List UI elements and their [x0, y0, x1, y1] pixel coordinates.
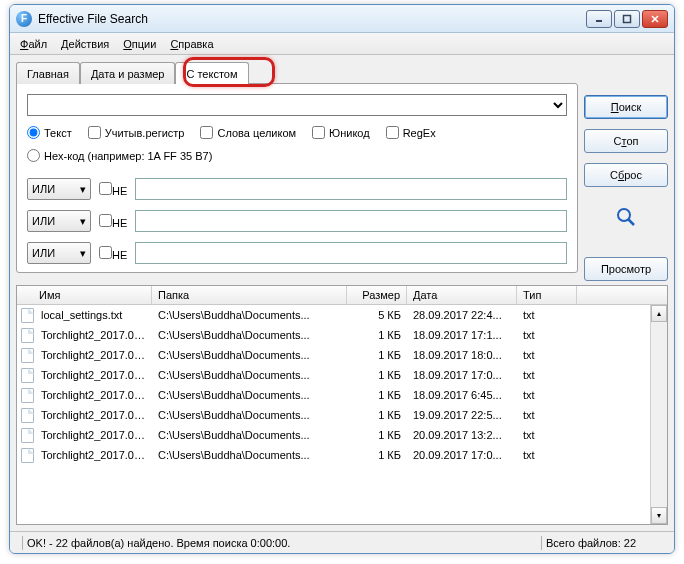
cell-size: 1 КБ	[347, 369, 407, 381]
cell-folder: C:\Users\Buddha\Documents...	[152, 409, 347, 421]
table-row[interactable]: Torchlight2_2017.09.1...C:\Users\Buddha\…	[17, 385, 650, 405]
checkbox-case[interactable]: Учитыв.регистр	[88, 126, 185, 139]
condition-2-input[interactable]	[135, 210, 567, 232]
cell-type: txt	[517, 309, 577, 321]
svg-line-5	[628, 219, 634, 225]
menu-options[interactable]: Опции	[123, 38, 156, 50]
col-folder[interactable]: Папка	[152, 286, 347, 304]
col-date[interactable]: Дата	[407, 286, 517, 304]
condition-1-operator[interactable]: ИЛИ▾	[27, 178, 91, 200]
table-body: local_settings.txtC:\Users\Buddha\Docume…	[17, 305, 650, 465]
status-text-right: Всего файлов: 22	[546, 537, 666, 549]
window-title: Effective File Search	[38, 12, 586, 26]
table-row[interactable]: Torchlight2_2017.09.1...C:\Users\Buddha\…	[17, 325, 650, 345]
cell-folder: C:\Users\Buddha\Documents...	[152, 309, 347, 321]
tab-main[interactable]: Главная	[16, 62, 80, 84]
scroll-down-button[interactable]: ▾	[651, 507, 667, 524]
file-icon	[21, 448, 34, 463]
svg-rect-1	[624, 15, 631, 22]
cell-date: 18.09.2017 18:0...	[407, 349, 517, 361]
status-text-left: OK! - 22 файлов(а) найдено. Время поиска…	[27, 537, 537, 549]
cell-date: 18.09.2017 17:1...	[407, 329, 517, 341]
cell-size: 1 КБ	[347, 449, 407, 461]
file-icon	[21, 308, 34, 323]
condition-2-not[interactable]: НЕ	[99, 214, 127, 229]
menu-bar: Файл Действия Опции Справка	[10, 33, 674, 55]
tab-panel-with-text: Текст Учитыв.регистр Слова целиком Юнико…	[16, 83, 578, 273]
cell-size: 1 КБ	[347, 429, 407, 441]
table-row[interactable]: Torchlight2_2017.09.2...C:\Users\Buddha\…	[17, 445, 650, 465]
table-row[interactable]: Torchlight2_2017.09.2...C:\Users\Buddha\…	[17, 425, 650, 445]
table-row[interactable]: local_settings.txtC:\Users\Buddha\Docume…	[17, 305, 650, 325]
cell-folder: C:\Users\Buddha\Documents...	[152, 449, 347, 461]
tab-bar: Главная Дата и размер С текстом	[16, 61, 578, 83]
col-size[interactable]: Размер	[347, 286, 407, 304]
maximize-button[interactable]	[614, 10, 640, 28]
cell-type: txt	[517, 349, 577, 361]
table-header: Имя Папка Размер Дата Тип	[17, 286, 667, 305]
cell-name: Torchlight2_2017.09.1...	[35, 389, 152, 401]
minimize-button[interactable]	[586, 10, 612, 28]
cell-date: 19.09.2017 22:5...	[407, 409, 517, 421]
cell-folder: C:\Users\Buddha\Documents...	[152, 329, 347, 341]
vertical-scrollbar[interactable]: ▴ ▾	[650, 305, 667, 524]
cell-date: 20.09.2017 17:0...	[407, 449, 517, 461]
table-row[interactable]: Torchlight2_2017.09.1...C:\Users\Buddha\…	[17, 345, 650, 365]
file-icon	[21, 388, 34, 403]
table-row[interactable]: Torchlight2_2017.09.1...C:\Users\Buddha\…	[17, 365, 650, 385]
scroll-up-button[interactable]: ▴	[651, 305, 667, 322]
cell-name: Torchlight2_2017.09.1...	[35, 409, 152, 421]
view-button[interactable]: Просмотр	[584, 257, 668, 281]
cell-folder: C:\Users\Buddha\Documents...	[152, 389, 347, 401]
magnifier-icon	[614, 205, 638, 229]
stop-button[interactable]: Стоп	[584, 129, 668, 153]
search-text-combo[interactable]	[27, 94, 567, 116]
title-bar[interactable]: F Effective File Search	[10, 5, 674, 33]
file-icon	[21, 348, 34, 363]
menu-actions[interactable]: Действия	[61, 38, 109, 50]
cell-size: 1 КБ	[347, 329, 407, 341]
cell-date: 20.09.2017 13:2...	[407, 429, 517, 441]
condition-3-not[interactable]: НЕ	[99, 246, 127, 261]
results-table: Имя Папка Размер Дата Тип local_settings…	[16, 285, 668, 525]
tab-with-text[interactable]: С текстом	[175, 62, 248, 84]
cell-name: local_settings.txt	[35, 309, 152, 321]
col-type[interactable]: Тип	[517, 286, 577, 304]
chevron-down-icon: ▾	[80, 183, 86, 196]
reset-button[interactable]: Сброс	[584, 163, 668, 187]
checkbox-whole-words[interactable]: Слова целиком	[200, 126, 296, 139]
cell-size: 1 КБ	[347, 349, 407, 361]
checkbox-unicode[interactable]: Юникод	[312, 126, 370, 139]
condition-2-operator[interactable]: ИЛИ▾	[27, 210, 91, 232]
tab-date-size[interactable]: Дата и размер	[80, 62, 176, 84]
search-button[interactable]: Поиск	[584, 95, 668, 119]
content-area: Главная Дата и размер С текстом Текст Уч…	[10, 55, 674, 531]
menu-file[interactable]: Файл	[20, 38, 47, 50]
cell-type: txt	[517, 429, 577, 441]
chevron-down-icon: ▾	[80, 215, 86, 228]
condition-3-input[interactable]	[135, 242, 567, 264]
radio-text[interactable]: Текст	[27, 126, 72, 139]
close-button[interactable]	[642, 10, 668, 28]
cell-name: Torchlight2_2017.09.1...	[35, 369, 152, 381]
table-row[interactable]: Torchlight2_2017.09.1...C:\Users\Buddha\…	[17, 405, 650, 425]
menu-help[interactable]: Справка	[170, 38, 213, 50]
checkbox-regex[interactable]: RegEx	[386, 126, 436, 139]
cell-type: txt	[517, 389, 577, 401]
cell-name: Torchlight2_2017.09.1...	[35, 329, 152, 341]
cell-type: txt	[517, 369, 577, 381]
cell-name: Torchlight2_2017.09.1...	[35, 349, 152, 361]
status-bar: OK! - 22 файлов(а) найдено. Время поиска…	[10, 531, 674, 553]
cell-type: txt	[517, 409, 577, 421]
cell-type: txt	[517, 449, 577, 461]
cell-name: Torchlight2_2017.09.2...	[35, 449, 152, 461]
cell-folder: C:\Users\Buddha\Documents...	[152, 429, 347, 441]
col-name[interactable]: Имя	[17, 286, 152, 304]
file-icon	[21, 408, 34, 423]
app-icon: F	[16, 11, 32, 27]
chevron-down-icon: ▾	[80, 247, 86, 260]
radio-hex[interactable]: Hex-код (например: 1A FF 35 B7)	[27, 149, 212, 162]
condition-3-operator[interactable]: ИЛИ▾	[27, 242, 91, 264]
condition-1-input[interactable]	[135, 178, 567, 200]
condition-1-not[interactable]: НЕ	[99, 182, 127, 197]
